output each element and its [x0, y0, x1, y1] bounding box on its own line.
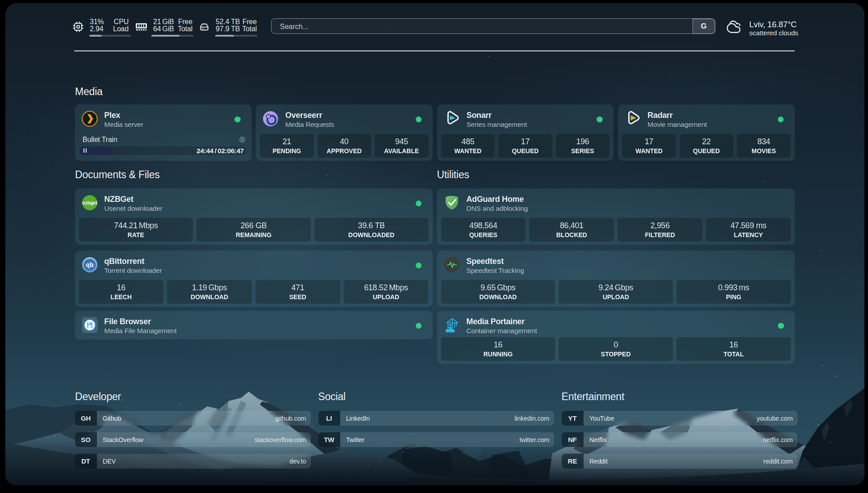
- svg-text:nzbget: nzbget: [82, 200, 97, 205]
- svg-text:qb: qb: [86, 261, 93, 268]
